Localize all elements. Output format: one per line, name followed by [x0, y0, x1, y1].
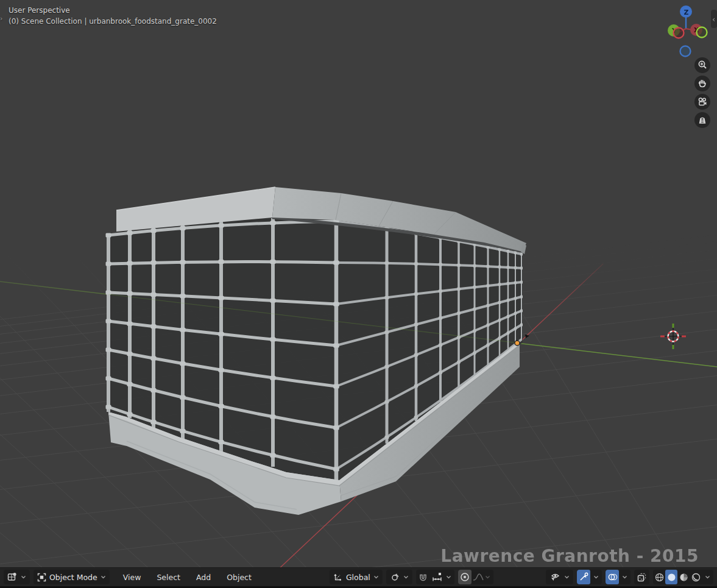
snap-magnet-icon: [418, 572, 428, 582]
watermark: Lawrence Granroth - 2015: [440, 546, 699, 566]
snapping-group: [416, 570, 454, 584]
chevron-down-icon[interactable]: [593, 575, 599, 579]
mode-selector[interactable]: Object Mode: [34, 570, 110, 584]
chevron-down-icon[interactable]: [622, 575, 627, 579]
viewport-canvas[interactable]: Y X Z ‹: [0, 0, 717, 588]
blender-window: { "header": { "view_label": "User Perspe…: [0, 0, 717, 588]
pivot-point-dropdown[interactable]: [386, 570, 412, 584]
show-gizmos-toggle[interactable]: [577, 570, 590, 584]
chevron-down-icon[interactable]: [485, 575, 490, 579]
view-perspective-label: User Perspective: [9, 6, 70, 15]
gizmos-group: [577, 570, 602, 584]
shading-mode-group: [653, 570, 713, 584]
zoom-button[interactable]: [694, 57, 710, 73]
sidebar-collapse-tab[interactable]: ‹: [711, 10, 717, 28]
chevron-down-icon: [101, 575, 106, 579]
transform-orientation-dropdown[interactable]: Global: [330, 570, 383, 584]
gizmo-neg-x-ring[interactable]: [674, 28, 684, 38]
solid-shading-button[interactable]: [665, 570, 677, 584]
snap-target-icon: [432, 572, 443, 582]
pivot-point-icon: [390, 572, 400, 582]
mode-label: Object Mode: [49, 573, 97, 582]
chevron-down-icon: [21, 575, 26, 579]
wireframe-shading-button[interactable]: [653, 570, 665, 584]
proportional-editing-toggle[interactable]: [458, 570, 472, 584]
visibility-icon: [549, 572, 561, 582]
overlays-group: [606, 570, 630, 584]
falloff-curve-icon: [473, 573, 484, 581]
material-shading-icon: [679, 573, 688, 582]
zoom-icon: [697, 60, 708, 71]
orientation-axes-icon: [333, 573, 343, 582]
show-overlays-toggle[interactable]: [606, 570, 619, 584]
chevron-down-icon[interactable]: [446, 575, 451, 579]
region-expand-arrow[interactable]: ›: [0, 15, 2, 23]
pan-hand-icon: [697, 78, 708, 89]
object-visibility-dropdown[interactable]: [546, 570, 573, 584]
viewport-editor-icon: [7, 572, 18, 582]
menu-select[interactable]: Select: [154, 572, 183, 583]
chevron-down-icon: [373, 575, 379, 579]
viewport-header-toolbar: Object Mode View Select Add Object Globa…: [0, 567, 717, 586]
breadcrumb: (0) Scene Collection | urbanbrook_foodst…: [9, 17, 217, 26]
camera-view-button[interactable]: [694, 94, 710, 110]
chevron-down-icon[interactable]: [705, 575, 710, 579]
solid-shading-icon: [667, 573, 676, 582]
orientation-label: Global: [346, 573, 370, 582]
orthographic-grid-icon: [697, 115, 708, 126]
menu-add[interactable]: Add: [194, 572, 213, 583]
snap-target-dropdown[interactable]: [429, 570, 445, 584]
pan-button[interactable]: [694, 76, 710, 91]
proportional-editing-icon: [460, 572, 470, 582]
snap-toggle[interactable]: [416, 570, 429, 584]
orthographic-toggle-button[interactable]: [694, 112, 710, 128]
object-mode-icon: [37, 573, 46, 582]
chevron-down-icon: [564, 575, 570, 579]
rendered-shading-icon: [691, 573, 701, 582]
overlays-toggle-icon: [607, 572, 618, 582]
xray-toggle[interactable]: [634, 570, 649, 584]
menu-view[interactable]: View: [121, 572, 144, 583]
chevron-left-icon: ‹: [712, 15, 715, 24]
material-shading-button[interactable]: [677, 570, 690, 584]
xray-toggle-icon: [637, 572, 647, 582]
camera-view-icon: [697, 96, 708, 107]
gizmo-neg-y-ring[interactable]: [697, 27, 707, 38]
proportional-edit-group: [458, 570, 493, 584]
wireframe-shading-icon: [655, 573, 664, 582]
rendered-shading-button[interactable]: [690, 570, 702, 584]
menu-object[interactable]: Object: [224, 572, 254, 583]
editor-type-button[interactable]: [4, 570, 30, 584]
gizmo-z-label: Z: [684, 9, 689, 16]
falloff-dropdown[interactable]: [472, 570, 485, 584]
gizmos-toggle-icon: [579, 572, 588, 582]
chevron-down-icon: [403, 575, 409, 579]
object-origin-dot[interactable]: [515, 341, 520, 345]
gizmo-neg-z-ring[interactable]: [680, 46, 691, 57]
